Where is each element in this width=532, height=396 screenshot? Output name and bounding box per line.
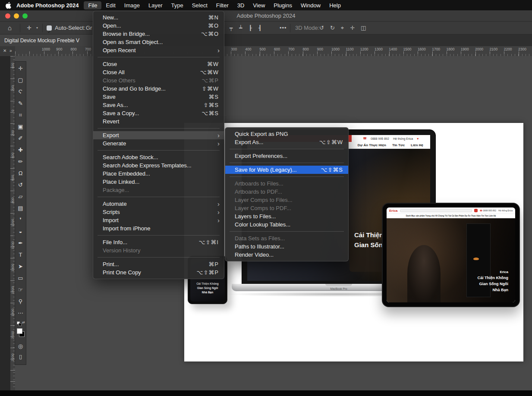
edit-toolbar[interactable]: ⋯ bbox=[15, 307, 26, 319]
menu-item-place-embedded[interactable]: Place Embedded... bbox=[93, 170, 224, 178]
menubar-item-image[interactable]: Image bbox=[120, 1, 144, 9]
marquee-tool[interactable]: ▢ bbox=[15, 74, 26, 86]
apple-logo-icon[interactable] bbox=[5, 2, 11, 9]
menu-item-export-as[interactable]: Export As...⌥⇧⌘W bbox=[225, 138, 348, 146]
menu-item-generate[interactable]: Generate› bbox=[93, 139, 224, 148]
menubar-item-type[interactable]: Type bbox=[167, 1, 188, 9]
eraser-tool[interactable]: ▱ bbox=[15, 191, 26, 202]
menu-item-save[interactable]: Save⌘S bbox=[93, 93, 224, 101]
menubar-item-view[interactable]: View bbox=[249, 1, 269, 9]
frame-tool[interactable]: ▣ bbox=[15, 121, 26, 132]
menu-item-new[interactable]: New...⌘N bbox=[93, 13, 224, 22]
menubar-item-window[interactable]: Window bbox=[296, 1, 325, 9]
gradient-tool[interactable]: ▤ bbox=[15, 202, 26, 214]
eyedropper-tool[interactable]: ✐ bbox=[15, 132, 26, 144]
menu-item-print-one-copy[interactable]: Print One Copy⌥⇧⌘P bbox=[93, 268, 224, 277]
rectangle-tool[interactable]: ▭ bbox=[15, 272, 26, 284]
dodge-tool[interactable]: ◒ bbox=[15, 226, 26, 237]
menubar-item-file[interactable]: File bbox=[84, 1, 101, 9]
menu-item-close-and-go-to-bridge[interactable]: Close and Go to Bridge...⇧⌘W bbox=[93, 85, 224, 93]
more-options-icon[interactable]: ••• bbox=[280, 22, 287, 35]
menu-item-save-a-copy[interactable]: Save a Copy...⌥⌘S bbox=[93, 109, 224, 117]
default-colors-control[interactable]: ⇄ bbox=[15, 321, 26, 327]
auto-select-checkbox[interactable]: ✓ bbox=[47, 25, 52, 31]
menubar-item-layer[interactable]: Layer bbox=[144, 1, 167, 9]
menu-item-save-as[interactable]: Save As...⇧⌘S bbox=[93, 101, 224, 109]
menubar-item-edit[interactable]: Edit bbox=[101, 1, 120, 9]
menu-item-revert[interactable]: Revert bbox=[93, 117, 224, 126]
pen-tool[interactable]: ✒ bbox=[15, 237, 26, 249]
3d-mode-icon[interactable]: ↻ bbox=[330, 22, 335, 35]
tool-preset-chevron-icon[interactable]: ▾ bbox=[36, 22, 38, 35]
zoom-tool[interactable]: ⚲ bbox=[15, 295, 26, 307]
close-window-button[interactable] bbox=[5, 13, 10, 19]
3d-mode-icon[interactable]: ↺ bbox=[319, 22, 324, 35]
brush-tool[interactable]: ✏ bbox=[15, 156, 26, 167]
align-icon[interactable]: ┷ bbox=[239, 22, 242, 35]
menu-item-paths-to-illustrator[interactable]: Paths to Illustrator... bbox=[225, 242, 348, 251]
menubar-item-plugins[interactable]: Plugins bbox=[269, 1, 296, 9]
menu-item-label: Search Adobe Express Templates... bbox=[103, 162, 219, 169]
menu-item-quick-export-as-png[interactable]: Quick Export as PNG bbox=[225, 130, 348, 138]
menu-item-open[interactable]: Open...⌘O bbox=[93, 22, 224, 30]
lasso-tool[interactable]: Ϛ bbox=[15, 86, 26, 97]
document-tab[interactable]: Digital Device Mockup Freebie V bbox=[0, 35, 100, 46]
ipad-screen: Erica ☎ 0888 995 892 Hệ thống Erica Danh… bbox=[387, 207, 515, 302]
menu-item-import[interactable]: Import› bbox=[93, 216, 224, 224]
menu-item-render-video[interactable]: Render Video... bbox=[225, 251, 348, 259]
menu-item-print[interactable]: Print...⌘P bbox=[93, 260, 224, 268]
menu-item-export[interactable]: Export› bbox=[93, 131, 224, 139]
clone-stamp-tool[interactable]: Ω bbox=[15, 167, 26, 179]
active-tool-icon[interactable]: ✛ bbox=[27, 22, 31, 35]
path-selection-tool[interactable]: ➤ bbox=[15, 261, 26, 272]
zoom-window-button[interactable] bbox=[22, 13, 28, 19]
hand-tool[interactable]: ☞ bbox=[15, 284, 26, 295]
align-icon[interactable]: ┨ bbox=[258, 22, 261, 35]
menu-item-open-recent[interactable]: Open Recent› bbox=[93, 46, 224, 54]
menubar-item-select[interactable]: Select bbox=[188, 1, 212, 9]
align-icon[interactable]: ┠ bbox=[249, 22, 252, 35]
align-icon[interactable]: ┯ bbox=[230, 22, 233, 35]
menu-item-search-adobe-express-templates[interactable]: Search Adobe Express Templates... bbox=[93, 161, 224, 170]
swap-colors-icon[interactable]: ⇄ bbox=[22, 321, 25, 324]
menu-item-search-adobe-stock[interactable]: Search Adobe Stock... bbox=[93, 153, 224, 161]
healing-brush-tool[interactable]: ✚ bbox=[15, 144, 26, 156]
menu-item-color-lookup-tables[interactable]: Color Lookup Tables... bbox=[225, 220, 348, 229]
auto-select-dropdown[interactable]: Gr bbox=[86, 22, 92, 35]
tools-panel: ✛▢Ϛ✎⌗▣✐✚✏Ω↺▱▤❜◒✒T➤▭☞⚲⋯ ⇄ ◎ ▯ bbox=[15, 61, 26, 365]
menu-item-close[interactable]: Close⌘W bbox=[93, 60, 224, 68]
foreground-color-swatch[interactable] bbox=[17, 328, 22, 334]
tab-close-icon[interactable]: ✕ bbox=[3, 48, 6, 53]
3d-mode-icon[interactable]: ◫ bbox=[361, 22, 366, 35]
crop-tool[interactable]: ⌗ bbox=[15, 109, 26, 121]
menu-item-automate[interactable]: Automate› bbox=[93, 200, 224, 208]
menu-item-layers-to-files[interactable]: Layers to Files... bbox=[225, 212, 348, 220]
home-icon[interactable]: ⌂ bbox=[8, 22, 12, 35]
menu-item-label: Open... bbox=[103, 22, 197, 29]
menu-item-scripts[interactable]: Scripts› bbox=[93, 208, 224, 216]
menu-item-export-preferences[interactable]: Export Preferences... bbox=[225, 152, 348, 160]
type-tool[interactable]: T bbox=[15, 249, 26, 261]
menu-item-import-from-iphone[interactable]: Import from iPhone bbox=[93, 224, 224, 233]
move-tool[interactable]: ✛ bbox=[15, 63, 26, 74]
history-brush-tool[interactable]: ↺ bbox=[15, 179, 26, 191]
desktop-edge bbox=[0, 390, 532, 396]
menu-item-browse-in-bridge[interactable]: Browse in Bridge...⌥⌘O bbox=[93, 30, 224, 38]
menu-item-save-for-web-legacy[interactable]: Save for Web (Legacy)...⌥⇧⌘S bbox=[225, 166, 348, 174]
menu-item-place-linked[interactable]: Place Linked... bbox=[93, 178, 224, 186]
screen-mode-button[interactable]: ▯ bbox=[15, 352, 26, 362]
menubar-item-help[interactable]: Help bbox=[325, 1, 345, 9]
3d-mode-icon[interactable]: ✛ bbox=[350, 22, 355, 35]
minimize-window-button[interactable] bbox=[14, 13, 19, 19]
menu-item-close-all[interactable]: Close All⌥⌘W bbox=[93, 68, 224, 76]
menubar-item-filter[interactable]: Filter bbox=[212, 1, 233, 9]
menubar-item-3d[interactable]: 3D bbox=[233, 1, 249, 9]
quick-mask-button[interactable]: ◎ bbox=[15, 341, 26, 352]
tab-overflow-icon[interactable]: » bbox=[9, 48, 12, 53]
3d-mode-icon[interactable]: ⌖ bbox=[341, 22, 344, 35]
blur-tool[interactable]: ❜ bbox=[15, 214, 26, 226]
color-swatches[interactable] bbox=[15, 327, 26, 339]
object-selection-tool[interactable]: ✎ bbox=[15, 97, 26, 109]
menu-item-open-as-smart-object[interactable]: Open as Smart Object... bbox=[93, 38, 224, 46]
menu-item-file-info[interactable]: File Info...⌥⇧⌘I bbox=[93, 238, 224, 246]
